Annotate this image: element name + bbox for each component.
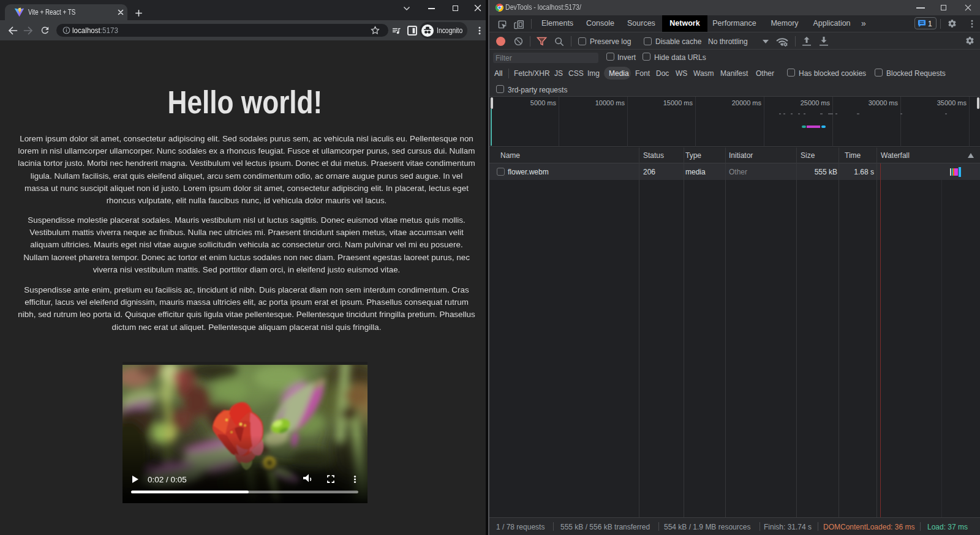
svg-text:0:02 / 0:05: 0:02 / 0:05	[148, 475, 187, 484]
